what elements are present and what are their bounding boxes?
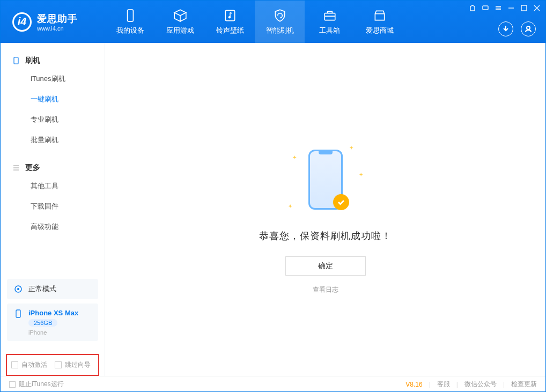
tab-label: 爱思商城	[366, 26, 394, 35]
checkbox-icon	[9, 381, 16, 388]
checkbox-label: 跳过向导	[65, 360, 91, 369]
device-name: iPhone XS Max	[28, 309, 78, 317]
toolbox-icon	[323, 9, 337, 23]
svg-rect-10	[16, 310, 20, 317]
tab-label: 我的设备	[116, 26, 144, 35]
feedback-icon[interactable]	[482, 4, 489, 10]
tab-label: 智能刷机	[266, 26, 294, 35]
mode-card[interactable]: 正常模式	[7, 279, 98, 299]
wechat-link[interactable]: 微信公众号	[464, 380, 497, 389]
bottom-checks-highlight: 自动激活 跳过向导	[6, 354, 99, 376]
maximize-icon[interactable]	[521, 4, 527, 10]
sidebar-item-onekey-flash[interactable]: 一键刷机	[1, 89, 105, 109]
sidebar-item-download-firmware[interactable]: 下载固件	[1, 196, 105, 217]
device-icon	[123, 9, 137, 23]
checkbox-label: 阻止iTunes运行	[19, 380, 64, 389]
window-controls	[469, 4, 540, 10]
svg-rect-4	[483, 6, 488, 10]
shield-refresh-icon	[273, 9, 287, 23]
ok-button[interactable]: 确定	[285, 256, 366, 276]
mode-label: 正常模式	[28, 284, 56, 294]
app-title: 爱思助手	[37, 12, 78, 25]
download-icon[interactable]	[498, 21, 513, 36]
svg-rect-7	[14, 57, 18, 64]
music-icon	[223, 9, 237, 23]
tab-label: 应用游戏	[166, 26, 194, 35]
mode-icon	[13, 284, 23, 294]
version-label: V8.16	[405, 381, 422, 388]
sidebar-item-pro-flash[interactable]: 专业刷机	[1, 109, 105, 130]
sparkle-icon: ✦	[349, 145, 353, 151]
checkbox-icon	[11, 361, 18, 368]
svg-point-9	[17, 288, 19, 290]
cube-icon	[173, 9, 187, 23]
tab-store[interactable]: 爱思商城	[355, 1, 404, 43]
logo-area: i4 爱思助手 www.i4.cn	[1, 12, 105, 32]
sparkle-icon: ✦	[288, 203, 292, 209]
section-label: 刷机	[25, 56, 40, 65]
success-illustration: ✦ ✦ ✦ ✦	[288, 145, 363, 215]
app-subtitle: www.i4.cn	[37, 25, 78, 32]
skin-icon[interactable]	[469, 4, 476, 10]
footer: 阻止iTunes运行 V8.16 | 客服 | 微信公众号 | 检查更新	[1, 376, 545, 392]
tab-label: 铃声壁纸	[216, 26, 244, 35]
app-body: 刷机 iTunes刷机 一键刷机 专业刷机 批量刷机 更多 其他工具 下载固件 …	[1, 43, 545, 376]
svg-rect-5	[521, 5, 527, 11]
header-right-icons	[498, 21, 536, 36]
sidebar: 刷机 iTunes刷机 一键刷机 专业刷机 批量刷机 更多 其他工具 下载固件 …	[1, 43, 105, 376]
sidebar-item-itunes-flash[interactable]: iTunes刷机	[1, 69, 105, 89]
tab-my-device[interactable]: 我的设备	[105, 1, 155, 43]
device-capacity: 256GB	[28, 319, 57, 327]
list-icon	[12, 164, 20, 172]
svg-rect-0	[127, 10, 133, 21]
nav-tabs: 我的设备 应用游戏 铃声壁纸 智能刷机 工具箱 爱思商城	[105, 1, 404, 43]
check-update-link[interactable]: 检查更新	[511, 380, 537, 389]
tab-smart-flash[interactable]: 智能刷机	[255, 1, 305, 43]
main-content: ✦ ✦ ✦ ✦ 恭喜您，保资料刷机成功啦！ 确定 查看日志	[105, 43, 545, 376]
svg-point-6	[527, 26, 530, 29]
logo-icon: i4	[12, 12, 32, 32]
logo-text: 爱思助手 www.i4.cn	[37, 12, 78, 32]
checkbox-block-itunes[interactable]: 阻止iTunes运行	[9, 380, 64, 389]
sparkle-icon: ✦	[359, 172, 363, 177]
sparkle-icon: ✦	[292, 154, 297, 160]
section-label: 更多	[25, 163, 40, 173]
sidebar-item-advanced[interactable]: 高级功能	[1, 217, 105, 237]
checkbox-skip-guide[interactable]: 跳过向导	[55, 360, 91, 369]
menu-icon[interactable]	[495, 4, 501, 10]
tab-apps-games[interactable]: 应用游戏	[155, 1, 205, 43]
check-badge-icon	[333, 194, 349, 210]
checkbox-label: 自动激活	[21, 360, 47, 369]
user-icon[interactable]	[521, 21, 536, 36]
customer-service-link[interactable]: 客服	[437, 380, 450, 389]
device-icon	[13, 309, 23, 319]
close-icon[interactable]	[534, 4, 540, 10]
sidebar-item-other-tools[interactable]: 其他工具	[1, 176, 105, 196]
device-type: iPhone	[28, 329, 78, 336]
phone-small-icon	[12, 57, 20, 64]
svg-point-2	[228, 16, 230, 18]
sidebar-item-batch-flash[interactable]: 批量刷机	[1, 130, 105, 150]
checkbox-auto-activate[interactable]: 自动激活	[11, 360, 47, 369]
sidebar-section-more: 更多	[1, 160, 105, 176]
view-log-link[interactable]: 查看日志	[313, 285, 338, 294]
app-header: i4 爱思助手 www.i4.cn 我的设备 应用游戏 铃声壁纸 智能刷机 工具…	[1, 1, 545, 43]
footer-right: V8.16 | 客服 | 微信公众号 | 检查更新	[405, 380, 537, 389]
store-icon	[373, 9, 387, 23]
success-message: 恭喜您，保资料刷机成功啦！	[259, 230, 392, 242]
tab-label: 工具箱	[319, 26, 340, 35]
tab-ringtone-wallpaper[interactable]: 铃声壁纸	[205, 1, 255, 43]
device-cards: 正常模式 iPhone XS Max 256GB iPhone	[1, 273, 105, 350]
sidebar-section-flash: 刷机	[1, 53, 105, 69]
tab-toolbox[interactable]: 工具箱	[305, 1, 355, 43]
minimize-icon[interactable]	[508, 4, 514, 10]
checkbox-icon	[55, 361, 62, 368]
svg-rect-3	[324, 13, 335, 20]
device-card[interactable]: iPhone XS Max 256GB iPhone	[7, 304, 98, 341]
